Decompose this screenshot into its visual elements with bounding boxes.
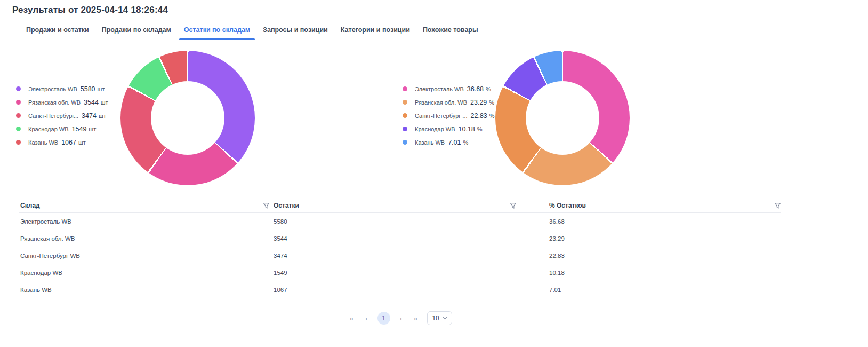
- tab-sales-and-stocks[interactable]: Продажи и остатки: [21, 22, 94, 40]
- first-page-button[interactable]: «: [348, 313, 356, 324]
- legend-value: 5580: [81, 85, 95, 93]
- tab-queries-and-positions[interactable]: Запросы и позиции: [258, 22, 333, 40]
- legend-value: 1067: [61, 139, 76, 146]
- table-row: Рязанская обл. WB 3544 23.29: [19, 230, 781, 247]
- cell-stocks: 5580: [272, 218, 548, 225]
- legend-value: 3544: [84, 99, 99, 106]
- filter-icon[interactable]: [510, 202, 517, 209]
- legend-value: 3474: [82, 112, 97, 120]
- legend-unit: %: [489, 113, 495, 119]
- table-row: Электросталь WB 5580 36.68: [19, 213, 781, 230]
- legend-label: Санкт-Петербург...: [28, 113, 78, 119]
- legend-item: Электросталь WB 5580 шт: [16, 82, 108, 96]
- cell-stocks-percent: 22.83: [548, 253, 781, 259]
- legend-item: Краснодар WB 10.18 %: [403, 122, 495, 136]
- next-page-button[interactable]: ›: [398, 313, 404, 324]
- legend-label: Электросталь WB: [28, 86, 77, 92]
- warehouse-stocks-table: Склад Остатки % Остатков Электросталь WB: [19, 199, 781, 298]
- legend-item: Казань WB 7.01 %: [403, 136, 495, 149]
- legend-unit: шт: [98, 86, 105, 92]
- legend-item: Электросталь WB 36.68 %: [403, 82, 495, 96]
- legend-unit: %: [477, 126, 483, 132]
- cell-warehouse: Санкт-Петербург WB: [19, 253, 272, 259]
- legend-label: Рязанская обл. WB: [28, 99, 81, 106]
- legend-item: Рязанская обл. WB 23.29 %: [403, 96, 495, 109]
- legend-value: 22.83: [471, 112, 487, 120]
- cell-stocks-percent: 23.29: [548, 235, 781, 242]
- legend-label: Электросталь WB: [415, 86, 464, 92]
- current-page-button[interactable]: 1: [377, 312, 390, 325]
- legend-dot-icon: [403, 113, 407, 118]
- legend-unit: %: [463, 139, 469, 146]
- charts-section: Электросталь WB 5580 шт Рязанская обл. W…: [0, 38, 868, 199]
- cell-warehouse: Казань WB: [19, 287, 272, 293]
- legend-unit: шт: [78, 139, 86, 146]
- legend-dot-icon: [16, 86, 21, 91]
- cell-stocks: 1067: [272, 287, 548, 293]
- chevron-down-icon: [443, 317, 447, 320]
- stock-units-legend: Электросталь WB 5580 шт Рязанская обл. W…: [16, 82, 108, 149]
- legend-value: 1549: [72, 125, 87, 133]
- column-header-warehouse: Склад: [19, 202, 272, 209]
- legend-item: Рязанская обл. WB 3544 шт: [16, 96, 108, 109]
- column-header-stocks-percent: % Остатков: [548, 202, 781, 209]
- column-header-stocks: Остатки: [272, 202, 548, 209]
- stock-percent-donut-chart[interactable]: [495, 51, 630, 185]
- column-header-label: % Остатков: [549, 202, 586, 209]
- legend-value: 23.29: [470, 99, 487, 106]
- legend-unit: %: [486, 86, 491, 92]
- legend-unit: шт: [101, 99, 108, 106]
- legend-dot-icon: [403, 140, 407, 145]
- filter-icon[interactable]: [774, 202, 781, 209]
- legend-label: Казань WB: [28, 139, 58, 146]
- legend-value: 10.18: [459, 125, 475, 133]
- legend-dot-icon: [16, 113, 21, 118]
- tab-sales-by-warehouse[interactable]: Продажи по складам: [97, 22, 176, 40]
- page-size-select[interactable]: 10: [427, 311, 452, 325]
- tab-bar: Продажи и остатки Продажи по складам Ост…: [7, 22, 816, 40]
- cell-warehouse: Электросталь WB: [19, 218, 272, 225]
- column-header-label: Остатки: [274, 202, 299, 209]
- legend-dot-icon: [16, 140, 21, 145]
- table-row: Краснодар WB 1549 10.18: [19, 264, 781, 281]
- filter-icon[interactable]: [263, 202, 270, 209]
- cell-stocks-percent: 36.68: [548, 218, 781, 225]
- legend-unit: шт: [99, 113, 106, 119]
- cell-warehouse: Краснодар WB: [19, 270, 272, 276]
- legend-unit: %: [489, 99, 494, 106]
- cell-stocks: 3544: [272, 235, 548, 242]
- results-page: Результаты от 2025-04-14 18:26:44 Продаж…: [0, 0, 868, 347]
- legend-label: Казань WB: [415, 139, 445, 146]
- pagination: « ‹ 1 › » 10: [19, 311, 781, 325]
- prev-page-button[interactable]: ‹: [363, 313, 369, 324]
- table-header-row: Склад Остатки % Остатков: [19, 199, 781, 213]
- legend-unit: шт: [89, 126, 96, 132]
- page-size-value: 10: [432, 314, 439, 322]
- legend-dot-icon: [16, 100, 21, 105]
- column-header-label: Склад: [20, 202, 40, 209]
- legend-item: Санкт-Петербург ... 22.83 %: [403, 109, 495, 122]
- legend-label: Краснодар WB: [415, 126, 455, 132]
- legend-item: Краснодар WB 1549 шт: [16, 122, 108, 136]
- legend-value: 36.68: [467, 85, 484, 93]
- tab-similar-products[interactable]: Похожие товары: [418, 22, 483, 40]
- stock-units-donut-chart[interactable]: [120, 51, 255, 185]
- legend-label: Рязанская обл. WB: [415, 99, 467, 106]
- legend-item: Санкт-Петербург... 3474 шт: [16, 109, 108, 122]
- legend-dot-icon: [403, 127, 407, 131]
- tab-categories-and-positions[interactable]: Категории и позиции: [336, 22, 415, 40]
- legend-label: Санкт-Петербург ...: [415, 113, 468, 119]
- last-page-button[interactable]: »: [412, 313, 420, 324]
- legend-value: 7.01: [448, 139, 461, 146]
- cell-stocks-percent: 7.01: [548, 287, 781, 293]
- cell-stocks: 3474: [272, 253, 548, 259]
- table-row: Казань WB 1067 7.01: [19, 281, 781, 298]
- page-title: Результаты от 2025-04-14 18:26:44: [12, 5, 168, 15]
- legend-label: Краснодар WB: [28, 126, 69, 132]
- legend-dot-icon: [16, 127, 21, 131]
- table-row: Санкт-Петербург WB 3474 22.83: [19, 247, 781, 264]
- cell-stocks: 1549: [272, 270, 548, 276]
- cell-stocks-percent: 10.18: [548, 270, 781, 276]
- tab-stocks-by-warehouse[interactable]: Остатки по складам: [179, 22, 255, 40]
- cell-warehouse: Рязанская обл. WB: [19, 235, 272, 242]
